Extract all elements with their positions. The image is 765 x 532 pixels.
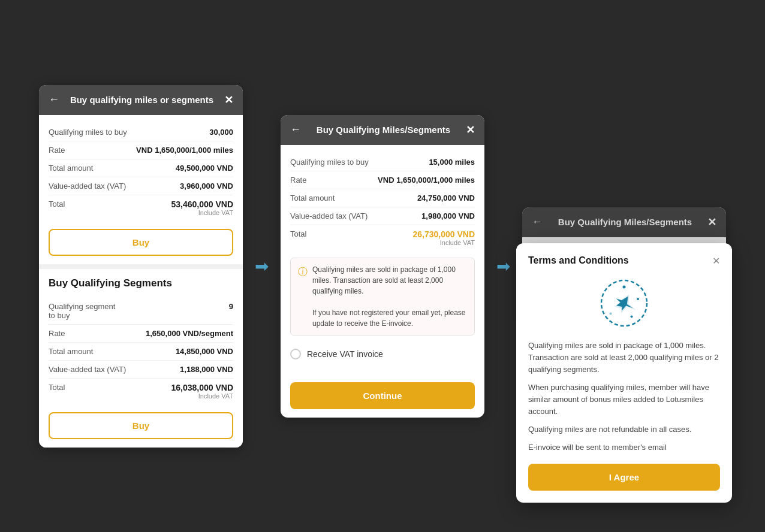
row-label: Total amount <box>49 164 176 173</box>
modal-close-button[interactable]: ✕ <box>712 255 720 267</box>
row-label: Value-added tax (VAT) <box>49 365 180 374</box>
screen1-segments-title: Buy Qualifying Segments <box>49 277 233 289</box>
row-label: Total <box>49 383 171 392</box>
row-label: Total amount <box>290 194 417 202</box>
row-value: 1,188,000 VND <box>180 365 233 374</box>
row-value: 26,730,000 VND <box>412 229 475 239</box>
modal-point-4: E-invoice will be sent to member's email <box>528 442 720 454</box>
row-value: 53,460,000 VND <box>171 200 233 209</box>
include-vat-label: Include VAT <box>171 392 233 400</box>
total-right: 53,460,000 VND Include VAT <box>171 200 233 216</box>
screen2-back-button[interactable]: ← <box>290 123 301 136</box>
row-label: Total amount <box>49 347 176 356</box>
row-label: Qualifying miles to buy <box>49 128 209 137</box>
row-label: Total <box>49 200 171 208</box>
screen3-close-button[interactable]: ✕ <box>707 216 716 229</box>
modal-icon-area <box>528 276 720 330</box>
screen2-body: Qualifying miles to buy 15,000 miles Rat… <box>281 145 484 374</box>
row-value: 16,038,000 VND <box>171 383 233 392</box>
svg-point-2 <box>637 298 639 300</box>
modal-title: Terms and Conditions <box>528 255 629 266</box>
screen1-back-button[interactable]: ← <box>49 93 59 106</box>
table-row: Value-added tax (VAT) 3,960,000 VND <box>49 177 233 195</box>
screen1-header-title: Buy qualifying miles or segments <box>70 95 213 105</box>
table-row: Qualifying miles to buy 30,000 <box>49 123 233 141</box>
screen1-buy-miles-button[interactable]: Buy <box>49 229 233 256</box>
row-label: Value-added tax (VAT) <box>290 211 421 220</box>
table-row: Rate VND 1,650,000/1,000 miles <box>49 141 233 159</box>
table-row: Total amount 24,750,000 VND <box>290 189 475 207</box>
include-vat-label: Include VAT <box>171 209 233 216</box>
continue-button[interactable]: Continue <box>290 382 475 409</box>
screen1-miles-section: Qualifying miles to buy 30,000 Rate VND … <box>39 115 243 264</box>
row-value: 15,000 miles <box>429 158 475 167</box>
total-right: 26,730,000 VND Include VAT <box>412 229 475 246</box>
screen1-buy-segments-button[interactable]: Buy <box>49 412 233 439</box>
plane-circle-icon <box>597 276 651 330</box>
row-label: Value-added tax (VAT) <box>49 182 180 191</box>
svg-point-4 <box>610 312 612 315</box>
modal-point-3: Qualifying miles are not refundable in a… <box>528 424 720 436</box>
table-row: Qualifying miles to buy 15,000 miles <box>290 153 475 171</box>
row-value: VND 1,650,000/1,000 miles <box>136 146 233 155</box>
modal-header: Terms and Conditions ✕ <box>528 255 720 267</box>
row-value: 1,650,000 VND/segment <box>146 329 233 338</box>
modal-body: Qualifying miles are sold in package of … <box>528 340 720 454</box>
info-box: ⓘ Qualifying miles are sold in package o… <box>290 258 475 335</box>
row-value: 24,750,000 VND <box>417 194 475 202</box>
row-label: Rate <box>290 176 378 185</box>
modal-point-1: Qualifying miles are sold in package of … <box>528 340 720 376</box>
screen2-header: ← Buy Qualifying Miles/Segments ✕ <box>281 115 484 145</box>
include-vat-label: Include VAT <box>412 239 475 246</box>
info-text: Qualifying miles are sold in package of … <box>312 264 467 329</box>
screen1-header: ← Buy qualifying miles or segments ✕ <box>39 85 243 115</box>
arrow-2: ➡ <box>496 256 510 276</box>
row-value: 1,980,000 VND <box>421 211 475 220</box>
row-value: 9 <box>229 302 233 311</box>
row-label: Qualifying segmentto buy <box>49 302 229 320</box>
screen2-close-button[interactable]: ✕ <box>466 123 475 137</box>
table-row: Total 16,038,000 VND Include VAT <box>49 379 233 404</box>
table-row: Total amount 49,500,000 VND <box>49 159 233 177</box>
table-row: Total 53,460,000 VND Include VAT <box>49 195 233 220</box>
vat-invoice-radio[interactable] <box>290 349 301 359</box>
row-label: Rate <box>49 146 136 155</box>
screen3-back-button[interactable]: ← <box>532 216 543 228</box>
table-row: Total amount 14,850,000 VND <box>49 343 233 361</box>
row-label: Total <box>290 229 412 238</box>
table-row: Total 26,730,000 VND Include VAT <box>290 225 475 250</box>
screen2-header-title: Buy Qualifying Miles/Segments <box>317 125 450 135</box>
arrow-1: ➡ <box>255 256 269 276</box>
table-row: Value-added tax (VAT) 1,188,000 VND <box>49 361 233 379</box>
vat-invoice-label: Receive VAT invoice <box>307 349 383 359</box>
screen2-card: ← Buy Qualifying Miles/Segments ✕ Qualif… <box>281 115 484 418</box>
screen1-close-button[interactable]: ✕ <box>224 93 233 107</box>
screen1-segments-section: Buy Qualifying Segments Qualifying segme… <box>39 264 243 448</box>
row-label: Qualifying miles to buy <box>290 158 429 167</box>
svg-point-3 <box>631 315 633 318</box>
agree-button[interactable]: I Agree <box>528 464 720 491</box>
table-row: Qualifying segmentto buy 9 <box>49 298 233 325</box>
svg-point-1 <box>623 285 626 288</box>
vat-invoice-row: Receive VAT invoice <box>290 343 475 365</box>
terms-modal: Terms and Conditions ✕ <box>516 243 732 503</box>
screen2-main-section: Qualifying miles to buy 15,000 miles Rat… <box>281 145 484 374</box>
screen3-header-title: Buy Qualifying Miles/Segments <box>558 217 692 227</box>
table-row: Rate 1,650,000 VND/segment <box>49 325 233 343</box>
total-right: 16,038,000 VND Include VAT <box>171 383 233 400</box>
row-value: 49,500,000 VND <box>176 164 233 173</box>
table-row: Value-added tax (VAT) 1,980,000 VND <box>290 207 475 225</box>
table-row: Rate VND 1,650,000/1,000 miles <box>290 171 475 189</box>
row-value: 30,000 <box>209 128 233 137</box>
info-icon: ⓘ <box>298 265 308 329</box>
screen1-body: Qualifying miles to buy 30,000 Rate VND … <box>39 115 243 448</box>
screen3-wrapper: ← Buy Qualifying Miles/Segments ✕ Qualif… <box>522 207 726 325</box>
row-value: 14,850,000 VND <box>176 347 233 356</box>
row-value: VND 1,650,000/1,000 miles <box>378 176 475 185</box>
modal-point-2: When purchasing qualifying miles, member… <box>528 382 720 418</box>
row-label: Rate <box>49 329 146 338</box>
screen1-card: ← Buy qualifying miles or segments ✕ Qua… <box>39 85 243 448</box>
row-value: 3,960,000 VND <box>180 182 233 191</box>
screen3-header: ← Buy Qualifying Miles/Segments ✕ <box>522 207 726 237</box>
